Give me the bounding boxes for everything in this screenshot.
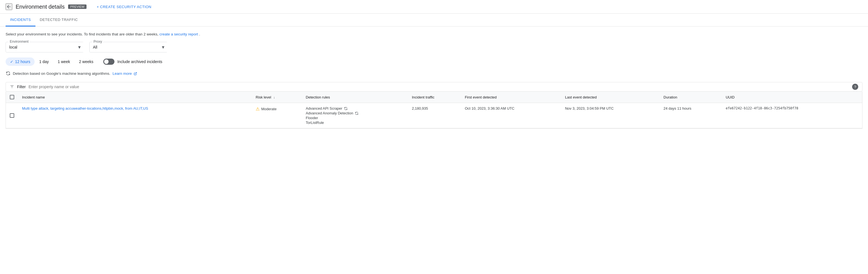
learn-more-link[interactable]: Learn more xyxy=(113,71,137,75)
rule-item-3: TorListRule xyxy=(306,121,404,125)
main-content: Select your environment to see your inci… xyxy=(0,27,868,134)
time-filter-row: ✓ 12 hours 1 day 1 week 2 weeks Include … xyxy=(6,58,862,66)
risk-level-sort-icon: ↓ xyxy=(273,95,275,99)
external-link-icon xyxy=(134,72,137,75)
uuid-cell: efe67242-b122-4f18-86c3-7254fb750f78 xyxy=(722,103,862,128)
rule-refresh-icon-1 xyxy=(355,111,359,115)
create-security-action-button[interactable]: + CREATE SECURITY ACTION xyxy=(97,5,151,9)
time-filter-1w-label: 1 week xyxy=(58,59,70,64)
archive-toggle-area: Include archived incidents xyxy=(103,59,162,65)
incident-traffic-cell: 2,180,935 xyxy=(408,103,461,128)
check-icon: ✓ xyxy=(10,59,13,64)
environment-label: Environment xyxy=(9,40,30,43)
proxy-field: Proxy All proxy1 proxy2 ▾ xyxy=(89,42,167,53)
col-uuid: UUID xyxy=(722,92,862,103)
incident-name-cell: Multi type attack, targeting accuweather… xyxy=(18,103,252,128)
time-filter-12h-label: 12 hours xyxy=(15,59,30,64)
filter-label: Filter xyxy=(17,85,26,89)
col-duration: Duration xyxy=(659,92,722,103)
info-line: Select your environment to see your inci… xyxy=(6,32,862,36)
environment-select[interactable]: local production staging xyxy=(6,42,84,52)
time-filter-12h[interactable]: ✓ 12 hours xyxy=(6,58,35,66)
learn-more-label: Learn more xyxy=(113,71,132,75)
col-checkbox xyxy=(6,92,18,103)
table-row: Multi type attack, targeting accuweather… xyxy=(6,103,862,128)
rule-item-0: Advanced API Scraper xyxy=(306,106,404,111)
environment-field: Environment local production staging ▾ xyxy=(6,42,84,53)
filter-icon xyxy=(10,85,14,89)
tab-detected-traffic[interactable]: DETECTED TRAFFIC xyxy=(35,14,82,27)
col-incident-traffic: Incident traffic xyxy=(408,92,461,103)
detection-rules-list: Advanced API Scraper Advanced Anomaly De… xyxy=(306,106,404,125)
ml-icon xyxy=(6,71,10,76)
select-all-checkbox[interactable] xyxy=(10,95,14,99)
risk-level-cell: ⚠ Moderate xyxy=(252,103,302,128)
col-incident-name: Incident name xyxy=(18,92,252,103)
preview-badge: PREVIEW xyxy=(68,4,87,9)
risk-level-value: ⚠ Moderate xyxy=(256,106,298,112)
filters-row: Environment local production staging ▾ P… xyxy=(6,42,862,53)
col-last-event: Last event detected xyxy=(561,92,659,103)
last-event-cell: Nov 3, 2023, 3:04:59 PM UTC xyxy=(561,103,659,128)
time-filter-1w[interactable]: 1 week xyxy=(53,58,74,66)
filter-input[interactable] xyxy=(28,85,858,89)
proxy-label: Proxy xyxy=(92,40,103,43)
filter-bar[interactable]: Filter ? xyxy=(6,82,862,92)
rule-item-2: Flooder xyxy=(306,116,404,120)
col-first-event: First event detected xyxy=(461,92,561,103)
duration-cell: 24 days 11 hours xyxy=(659,103,722,128)
row-checkbox-cell xyxy=(6,103,18,128)
rule-refresh-icon-0 xyxy=(344,106,348,111)
incident-name-link[interactable]: Multi type attack, targeting accuweather… xyxy=(22,106,148,111)
page-title: Environment details xyxy=(16,4,65,10)
rule-item-1: Advanced Anomaly Detection xyxy=(306,111,404,115)
create-security-report-link[interactable]: create a security report xyxy=(159,32,198,36)
page-header: Environment details PREVIEW + CREATE SEC… xyxy=(0,0,868,14)
col-detection-rules: Detection rules xyxy=(302,92,408,103)
first-event-cell: Oct 10, 2023, 3:36:30 AM UTC xyxy=(461,103,561,128)
col-risk-level[interactable]: Risk level ↓ xyxy=(252,92,302,103)
time-filter-1d-label: 1 day xyxy=(39,59,49,64)
time-filter-2w-label: 2 weeks xyxy=(79,59,93,64)
info-text-after: . xyxy=(199,32,200,36)
tab-incidents[interactable]: INCIDENTS xyxy=(6,14,35,27)
risk-warning-icon: ⚠ xyxy=(256,106,259,112)
back-button[interactable] xyxy=(6,3,12,10)
incidents-table: Incident name Risk level ↓ Detection rul… xyxy=(6,92,862,128)
row-checkbox[interactable] xyxy=(10,113,14,118)
time-filter-1d[interactable]: 1 day xyxy=(35,58,53,66)
archive-toggle[interactable] xyxy=(103,59,115,65)
incidents-table-container: Incident name Risk level ↓ Detection rul… xyxy=(6,92,862,129)
tabs-bar: INCIDENTS DETECTED TRAFFIC xyxy=(0,14,868,27)
proxy-select[interactable]: All proxy1 proxy2 xyxy=(90,42,168,52)
detection-info: Detection based on Google's machine lear… xyxy=(6,71,862,76)
table-header-row: Incident name Risk level ↓ Detection rul… xyxy=(6,92,862,103)
info-text-before: Select your environment to see your inci… xyxy=(6,32,158,36)
time-filter-2w[interactable]: 2 weeks xyxy=(74,58,98,66)
help-icon[interactable]: ? xyxy=(852,84,858,90)
detection-rules-cell: Advanced API Scraper Advanced Anomaly De… xyxy=(302,103,408,128)
archive-toggle-label: Include archived incidents xyxy=(117,59,162,64)
detection-info-text: Detection based on Google's machine lear… xyxy=(13,71,110,75)
